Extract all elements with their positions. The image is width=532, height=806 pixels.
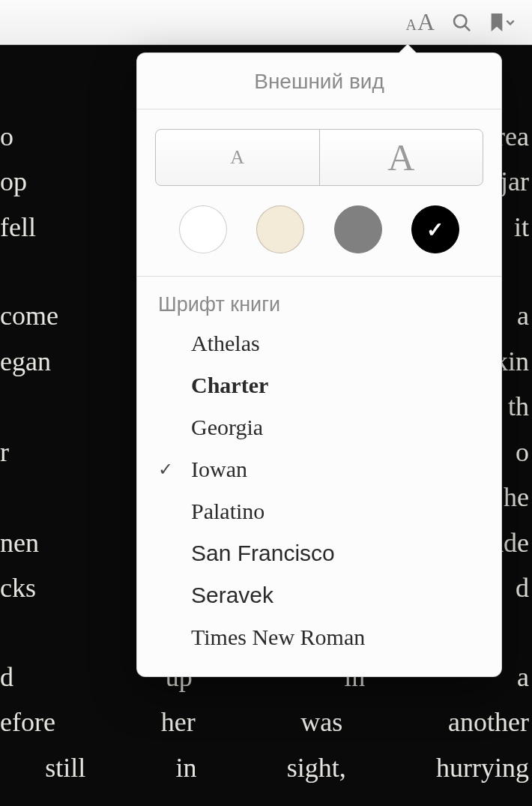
theme-black-swatch[interactable]: ✓: [411, 205, 459, 253]
search-icon[interactable]: [451, 12, 472, 33]
font-option[interactable]: ✓Iowan: [137, 448, 501, 490]
svg-point-0: [454, 15, 466, 27]
font-option[interactable]: Charter: [137, 364, 501, 406]
divider: [137, 109, 501, 109]
check-icon: ✓: [426, 217, 444, 242]
check-icon: ✓: [158, 459, 191, 480]
font-size-icon[interactable]: AA: [405, 8, 435, 36]
font-list: AthelasCharterGeorgia✓IowanPalatinoSan F…: [137, 322, 501, 676]
toolbar: AA: [0, 0, 532, 45]
decrease-font-button[interactable]: A: [156, 130, 320, 185]
theme-white-swatch[interactable]: [179, 205, 227, 253]
bookmark-icon: [489, 12, 505, 33]
appearance-popover: Внешний вид A A ✓ Шрифт книги AthelasCha…: [136, 52, 502, 677]
font-option-label: Times New Roman: [191, 625, 365, 650]
theme-row: ✓: [137, 186, 501, 276]
increase-font-button[interactable]: A: [320, 130, 483, 185]
font-option-label: Seravek: [191, 583, 273, 608]
theme-sepia-swatch[interactable]: [256, 205, 304, 253]
font-option-label: Georgia: [191, 415, 263, 440]
font-section-label: Шрифт книги: [137, 277, 501, 322]
font-option[interactable]: Seravek: [137, 574, 501, 616]
font-option[interactable]: Athelas: [137, 322, 501, 364]
popover-title: Внешний вид: [137, 53, 501, 109]
font-option-label: San Francisco: [191, 541, 335, 566]
font-option-label: Iowan: [191, 457, 247, 482]
chevron-down-icon: [505, 17, 516, 28]
font-option[interactable]: Times New Roman: [137, 616, 501, 658]
theme-gray-swatch[interactable]: [334, 205, 382, 253]
font-option[interactable]: Georgia: [137, 406, 501, 448]
bookmark-dropdown[interactable]: [489, 12, 516, 33]
popover-arrow: [396, 43, 417, 53]
font-option[interactable]: San Francisco: [137, 532, 501, 574]
font-option[interactable]: Palatino: [137, 490, 501, 532]
font-option-label: Athelas: [191, 331, 260, 356]
font-option-label: Palatino: [191, 499, 265, 524]
font-option-label: Charter: [191, 373, 268, 398]
svg-line-1: [465, 25, 470, 30]
font-size-segmented: A A: [155, 129, 483, 186]
